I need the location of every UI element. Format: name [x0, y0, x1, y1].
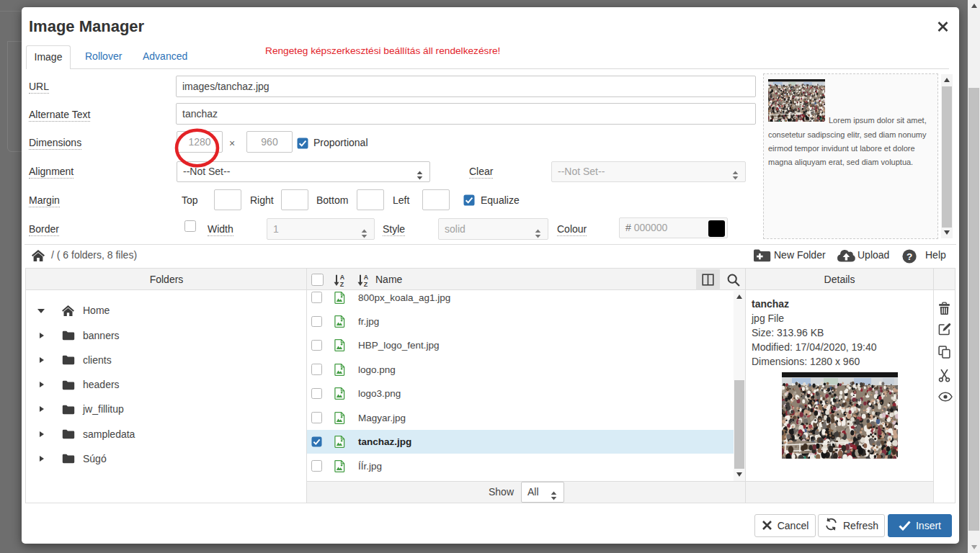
svg-text:Z: Z — [364, 281, 368, 287]
svg-text:Z: Z — [340, 281, 344, 287]
svg-text:?: ? — [906, 251, 912, 262]
